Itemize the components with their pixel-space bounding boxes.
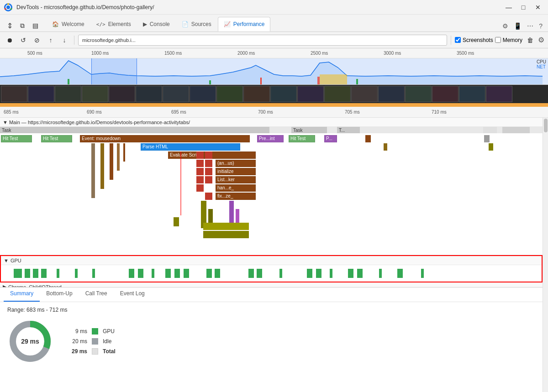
sources-icon: 📄 <box>182 21 189 27</box>
screenshots-label: Screenshots <box>463 37 493 43</box>
tab-call-tree[interactable]: Call Tree <box>79 287 114 302</box>
flame-initialize[interactable]: initialize <box>216 168 256 175</box>
flame-parse-html[interactable]: Parse HTML <box>141 143 240 151</box>
ruler-3000ms: 3000 ms <box>384 51 401 56</box>
settings-tab-icon[interactable]: ⚙ <box>501 21 510 31</box>
timeline-scroll-area: ▼ Main — https://microsoftedge.github.io… <box>0 118 543 392</box>
flame-preint[interactable]: Pre...int <box>257 135 284 142</box>
gpu-bar-21 <box>330 269 332 278</box>
dock-toggle-button[interactable]: ⇕ <box>4 20 16 31</box>
gpu-bar-26 <box>421 269 424 278</box>
tab-welcome[interactable]: 🏠 Welcome <box>47 17 90 31</box>
ruler-3500ms: 3500 ms <box>457 51 474 56</box>
main-thread-track: ▼ Main — https://microsoftedge.github.io… <box>0 118 543 255</box>
tab-elements[interactable]: </> Elements <box>91 17 137 31</box>
sidebar-button[interactable]: ▤ <box>29 20 41 31</box>
legend-items: 9 ms GPU 20 ms Idle 29 ms <box>71 328 116 355</box>
download-button[interactable]: ↓ <box>58 34 70 46</box>
gpu-bar-1 <box>14 269 22 278</box>
devtools-icon <box>4 3 13 12</box>
child-io-label: Chrome_ChildIOThread <box>8 284 62 287</box>
task-label-3: T... <box>337 127 347 133</box>
task-bar-3: T... <box>337 127 360 133</box>
highlight-bar <box>0 103 548 107</box>
tab-event-log[interactable]: Event Log <box>114 287 151 302</box>
tab-summary[interactable]: Summary <box>4 287 40 302</box>
task-label-1: Task <box>0 127 13 133</box>
legend-total-color <box>92 348 98 355</box>
flame-event-mousedown[interactable]: Event: mousedown <box>80 135 250 142</box>
screenshot-thumb-18 <box>459 86 485 102</box>
toolbar: ⏺ ↺ ⊘ ↑ ↓ Screenshots Memory 🗑 ⚙ <box>0 32 548 48</box>
flame-red-10 <box>205 193 212 200</box>
flame-hit-test-2[interactable]: Hit Test <box>41 135 72 142</box>
memory-checkbox-group: Memory <box>495 37 522 43</box>
scroll-thumb[interactable] <box>544 119 548 132</box>
child-io-expand-icon: ▶ <box>3 284 6 287</box>
main-thread-content: Task Task T... <box>0 127 543 255</box>
tab-bottom-up[interactable]: Bottom-Up <box>40 287 79 302</box>
ruler-500ms: 500 ms <box>27 51 42 56</box>
screenshots-checkbox[interactable] <box>455 37 461 43</box>
ruler-690ms: 690 ms <box>87 110 102 115</box>
device-tab-icon[interactable]: 📱 <box>512 21 523 31</box>
flame-small-1 <box>91 143 95 198</box>
flame-fixze[interactable]: fix...ze_ <box>216 193 256 200</box>
svg-rect-7 <box>209 80 211 85</box>
performance-panel: 500 ms 1000 ms 1500 ms 2000 ms 2500 ms 3… <box>0 48 548 392</box>
flame-right-4 <box>489 143 493 151</box>
timeline-and-bottom-wrapper: ▼ Main — https://microsoftedge.github.io… <box>0 118 548 392</box>
clear-button[interactable]: ⊘ <box>31 34 43 46</box>
flame-small-5 <box>123 143 125 162</box>
overview-chart[interactable]: CPU NET <box>0 58 548 85</box>
donut-total: 29 ms <box>21 338 39 345</box>
memory-checkbox[interactable] <box>495 37 501 43</box>
refresh-record-button[interactable]: ↺ <box>17 34 29 46</box>
flame-small-2 <box>100 143 104 189</box>
bottom-tabs: Summary Bottom-Up Call Tree Event Log <box>0 287 543 302</box>
toolbar-settings-icon[interactable]: ⚙ <box>538 36 544 44</box>
gpu-bar-24 <box>379 269 382 278</box>
upload-button[interactable]: ↑ <box>45 34 57 46</box>
screenshot-thumb-9 <box>216 86 243 102</box>
flame-hit-test-1[interactable]: Hit Test <box>1 135 32 142</box>
flame-p[interactable]: P... <box>324 135 337 142</box>
flame-hane[interactable]: han...e_ <box>216 184 256 192</box>
undock-button[interactable]: ⧉ <box>16 20 28 31</box>
screenshot-thumb-4 <box>82 86 108 102</box>
more-tabs-icon[interactable]: ⋯ <box>525 21 535 31</box>
ruler-2500ms: 2500 ms <box>311 51 328 56</box>
overview-labels: CPU NET <box>537 59 546 69</box>
close-button[interactable]: ✕ <box>532 3 544 12</box>
flame-right-2 <box>384 143 387 151</box>
flame-right-1 <box>365 135 371 142</box>
flame-listker[interactable]: List...ker <box>216 176 256 183</box>
legend-gpu-label: GPU <box>103 328 115 335</box>
url-input[interactable] <box>78 35 447 46</box>
tab-console[interactable]: ▶ Console <box>137 17 175 31</box>
screenshot-thumb-13 <box>324 86 351 102</box>
gpu-bar-18 <box>279 269 282 278</box>
flame-hit-test-3[interactable]: Hit Test <box>289 135 315 142</box>
gpu-bar-4 <box>41 269 47 278</box>
delete-button[interactable]: 🗑 <box>524 34 536 46</box>
timeline-scrollbar[interactable] <box>543 118 548 392</box>
gpu-bar-22 <box>348 269 353 278</box>
tab-performance[interactable]: 📈 Performance <box>218 17 271 31</box>
timeline-tracks[interactable]: ▼ Main — https://microsoftedge.github.io… <box>0 118 543 287</box>
help-tab-icon[interactable]: ? <box>537 21 544 31</box>
svg-point-3 <box>11 8 12 10</box>
tab-sources[interactable]: 📄 Sources <box>176 17 217 31</box>
record-button[interactable]: ⏺ <box>4 34 16 46</box>
screenshot-thumb-16 <box>405 86 432 102</box>
legend-idle-value: 20 ms <box>71 338 87 345</box>
child-io-thread-track: ▶ Chrome_ChildIOThread <box>0 282 543 287</box>
svg-rect-6 <box>68 79 69 85</box>
minimize-button[interactable]: — <box>502 3 515 12</box>
flame-bottom-2 <box>203 223 249 230</box>
svg-rect-8 <box>260 78 262 85</box>
summary-content: Range: 683 ms - 712 ms 29 ms <box>0 302 543 392</box>
maximize-button[interactable]: □ <box>517 3 530 12</box>
flame-anon[interactable]: (an...us) <box>216 160 256 167</box>
gpu-bar-2 <box>25 269 30 278</box>
